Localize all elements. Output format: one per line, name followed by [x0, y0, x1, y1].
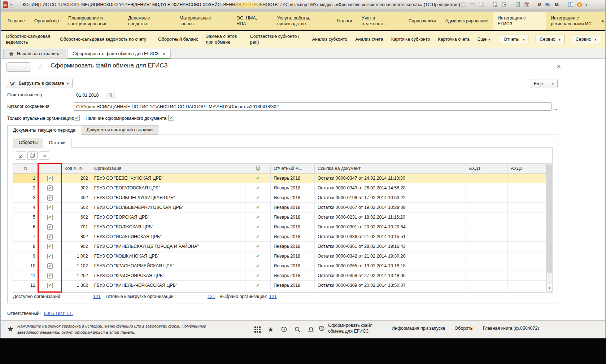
header-n[interactable]: N	[13, 164, 39, 173]
row-checkbox-cell[interactable]	[39, 183, 62, 193]
ribbon-tab-1[interactable]: Главное	[3, 12, 30, 30]
vertical-scrollbar[interactable]	[546, 163, 553, 292]
header-org[interactable]: Организация	[91, 164, 245, 173]
header-ahd1[interactable]: АХД1	[466, 164, 508, 173]
history-icon[interactable]	[280, 325, 288, 333]
ready-orgs-link[interactable]: 121	[208, 294, 215, 299]
table-row-12[interactable]: 121 302ГБУЗ СО "КИНЕЛЬ-ЧЕРКАССКАЯ ЦРБ"Ян…	[13, 281, 546, 290]
save-icon[interactable]	[460, 1, 467, 8]
scrollbar-down-arrow[interactable]	[547, 284, 552, 291]
scrollbar-thumb[interactable]	[547, 165, 552, 273]
date-picker-button[interactable]	[105, 91, 114, 99]
ribbon-item-7[interactable]: Анализ счета	[355, 36, 383, 42]
row-checkbox-cell[interactable]	[39, 203, 62, 212]
table-row-8[interactable]: 8902ГБУЗ СО "КИНЕЛЬСКАЯ ЦБ ГОРОДА И РАЙО…	[13, 242, 546, 251]
row-checkbox-cell[interactable]	[39, 222, 62, 232]
export-format-button[interactable]: Выгрузить в формате	[6, 79, 73, 88]
minimize-button[interactable]: –	[594, 1, 603, 8]
header-checkbox[interactable]	[39, 164, 62, 173]
ribbon-tab-3[interactable]: Планирование и санкционирование	[64, 12, 123, 30]
table-row-3[interactable]: 3402ГБУЗ СО "БОЛЬШЕГЛУШИЦКАЯ ЦРБ"Январь …	[13, 193, 546, 203]
ribbon-item-9[interactable]: Карточка счета	[438, 36, 470, 42]
shortcut-startup-info[interactable]: Информация при запуске	[392, 326, 445, 331]
tab-oboroty[interactable]: Обороты	[13, 138, 43, 147]
table-row-2[interactable]: 2302ГБУЗ СО "БОГАТОВСКАЯ ЦРБ"Январь 2018…	[13, 183, 546, 193]
header-doc[interactable]: Ссылка на документ	[315, 164, 466, 173]
row-checkbox[interactable]	[47, 254, 53, 259]
table-row-7[interactable]: 7802ГБУЗ СО "ИСАКЛИНСКАЯ ЦРБ"Январь 2018…	[13, 232, 546, 242]
row-checkbox[interactable]	[47, 205, 53, 210]
selected-orgs-link[interactable]: 121	[269, 294, 277, 299]
shortcut-form-egisz[interactable]: Сформировать файл обмена для ЕГИСЗ	[318, 323, 382, 334]
uncheck-all-button[interactable]	[27, 151, 38, 160]
row-checkbox[interactable]	[47, 185, 53, 191]
tab-form-egisz[interactable]: Сформировать файл обмена для ЕГИСЗ ×	[67, 49, 171, 58]
table-row-5[interactable]: 5602ГБУЗ СО "БОРСКАЯ ЦРБ"Январь 2018Оста…	[13, 212, 546, 222]
favorites-icon[interactable]: ★	[267, 325, 275, 333]
memory-m-button[interactable]: M	[537, 3, 542, 7]
row-checkbox[interactable]	[47, 244, 53, 249]
table-row-10[interactable]: 101 102ГБУЗ СО "КРАСНОАРМЕЙСКАЯ ЦРБ"Янва…	[13, 261, 546, 271]
paste-from-clipboard-icon[interactable]	[501, 1, 507, 8]
shortcut-oboroty[interactable]: Обороты	[455, 326, 474, 331]
check-all-button[interactable]	[16, 151, 26, 160]
table-row-6[interactable]: 6701ГБУЗ СО "ВОЛЖСКАЯ ЦРБ"Январь 2018Ост…	[13, 222, 546, 232]
row-checkbox-cell[interactable]	[39, 281, 62, 290]
ribbon-item-3[interactable]: Оборотный баланс	[158, 36, 198, 42]
split-window-icon[interactable]	[567, 1, 574, 8]
memory-m-plus-button[interactable]: M+	[545, 3, 552, 7]
search-icon[interactable]	[293, 325, 301, 333]
row-checkbox-cell[interactable]	[39, 193, 62, 202]
table-row-11[interactable]: 111 202ГБУЗ СО "КРАСНОЯРСКАЯ ЦРБ"Январь …	[13, 271, 546, 281]
page-more-button[interactable]: Еще	[530, 79, 558, 88]
tab-repeat-export[interactable]: Документы повторной выгрузки	[81, 125, 158, 135]
ribbon-tab-12[interactable]: Интеграция с ЕГИСЗ	[493, 12, 546, 30]
forward-button[interactable]: →	[19, 63, 31, 71]
row-checkbox[interactable]	[47, 263, 53, 269]
ribbon-more-item[interactable]: Еще	[478, 37, 490, 42]
browse-button[interactable]: ...	[552, 102, 558, 111]
table-row-1[interactable]: 1202ГБУЗ СО "БЕЗЕНЧУКСКАЯ ЦРБ"Январь 201…	[13, 174, 546, 183]
responsible-link[interactable]: 6005 Тест Т.Т.	[44, 311, 73, 316]
row-checkbox-cell[interactable]	[39, 271, 62, 280]
ribbon-tab-9[interactable]: Учет и отчетность	[357, 12, 404, 30]
ribbon-tab-2[interactable]: Органайзер	[30, 12, 64, 30]
notifications-bell-icon[interactable]	[307, 325, 315, 333]
ribbon-item-8[interactable]: Карточка субконто	[391, 36, 430, 42]
ribbon-tab-10[interactable]: Справочники	[404, 12, 441, 30]
table-row-4[interactable]: 4502ГБУЗ СО "БОЛЬШЕЧЕРНИГОВСКАЯ ЦРБ"Янва…	[13, 203, 546, 212]
ribbon-tab-5[interactable]: Материальные запасы	[175, 12, 232, 30]
row-checkbox[interactable]	[47, 224, 53, 230]
tab-ostatki[interactable]: Остатки	[43, 138, 71, 148]
ribbon-tab-11[interactable]: Администрирование	[441, 12, 493, 30]
calculator-icon[interactable]	[515, 1, 521, 8]
row-checkbox[interactable]	[47, 234, 53, 240]
row-checkbox-cell[interactable]	[39, 251, 62, 261]
ribbon-item-2[interactable]: Оборотно-сальдовая ведомость по счету	[60, 36, 150, 42]
ribbon-tab-7[interactable]: Услуги, работы, производство	[273, 12, 332, 30]
row-checkbox[interactable]	[47, 283, 53, 288]
available-orgs-link[interactable]: 121	[93, 294, 101, 299]
ribbon-item-4[interactable]: Замена счетов при обмене	[206, 34, 242, 45]
tab-home[interactable]: Начальная страница	[3, 49, 66, 58]
shortcut-main-book[interactable]: Главная книга (ф.0504072)	[483, 326, 539, 331]
service-button-2[interactable]: Сервис	[572, 35, 600, 44]
catalog-input[interactable]: O:\Отдел НСИИ\ДАННЫЕ ПО ГИС 1С\AHD\ГИС С…	[74, 102, 551, 111]
tab-close-icon[interactable]: ×	[163, 51, 166, 57]
row-checkbox[interactable]	[47, 176, 53, 181]
only-actual-checkbox[interactable]	[74, 115, 80, 121]
print-icon[interactable]	[469, 1, 476, 8]
row-checkbox-cell[interactable]	[39, 212, 62, 222]
info-icon[interactable]: i	[576, 1, 583, 8]
favorite-star-icon[interactable]: ☆	[37, 62, 44, 71]
calendar-icon[interactable]: 31	[524, 1, 530, 8]
ribbon-scroll-right-icon[interactable]: ▶	[602, 19, 604, 23]
row-checkbox[interactable]	[47, 215, 53, 220]
service-button-1[interactable]: Сервис	[536, 35, 564, 44]
back-button[interactable]: ←	[7, 63, 19, 71]
form-close-icon[interactable]: ✕	[557, 63, 561, 70]
ribbon-item-6[interactable]: Анализ субконто	[312, 36, 347, 42]
row-checkbox-cell[interactable]	[39, 174, 62, 183]
invert-selection-button[interactable]	[39, 151, 49, 160]
print-preview-icon[interactable]	[478, 1, 485, 8]
